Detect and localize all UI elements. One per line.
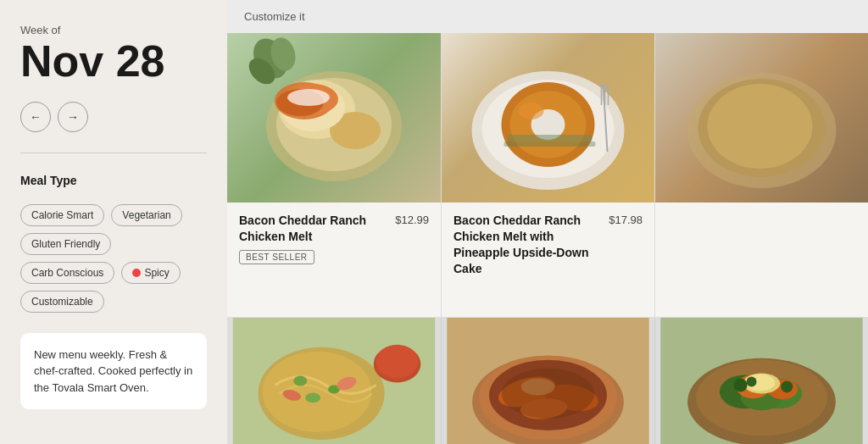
meal-image-svg-3 [655, 33, 868, 203]
meal-title-2: Bacon Cheddar Ranch Chicken Melt with Pi… [453, 213, 602, 277]
svg-point-45 [502, 369, 594, 419]
info-text: New menu weekly. Fresh & chef-crafted. C… [34, 348, 192, 394]
svg-point-30 [293, 376, 307, 386]
meal-image-3 [655, 33, 868, 203]
meal-info-2: Bacon Cheddar Ranch Chicken Melt with Pi… [442, 203, 654, 286]
divider [20, 153, 207, 153]
meal-price-1: $12.99 [395, 214, 429, 226]
best-seller-badge: BEST SELLER [239, 250, 314, 264]
filter-tags: Calorie Smart Vegetarian Gluten Friendly… [20, 204, 207, 313]
svg-point-26 [708, 84, 813, 169]
svg-point-56 [734, 379, 748, 392]
prev-week-button[interactable]: ← [20, 102, 51, 132]
main-content: Customize it [227, 0, 868, 444]
svg-point-57 [747, 377, 757, 387]
bottom-card-2[interactable] [441, 318, 654, 444]
meal-image-1 [227, 33, 441, 203]
meal-info-3 [655, 203, 868, 221]
meal-image-2 [442, 33, 654, 203]
filter-calorie-smart[interactable]: Calorie Smart [20, 204, 104, 226]
next-week-button[interactable]: → [58, 102, 88, 132]
meals-bottom [227, 317, 868, 444]
filter-customizable[interactable]: Customizable [20, 291, 104, 313]
meal-card-1[interactable]: Bacon Cheddar Ranch Chicken Melt $12.99 … [227, 33, 441, 317]
filter-gluten-friendly[interactable]: Gluten Friendly [20, 233, 111, 255]
meals-grid: Bacon Cheddar Ranch Chicken Melt $12.99 … [227, 33, 868, 317]
date-heading: Nov 28 [20, 38, 207, 85]
meal-title-row-2: Bacon Cheddar Ranch Chicken Melt with Pi… [453, 213, 643, 277]
sidebar: Week of Nov 28 ← → Meal Type Calorie Sma… [0, 0, 227, 444]
info-box: New menu weekly. Fresh & chef-crafted. C… [20, 333, 207, 410]
meal-info-1: Bacon Cheddar Ranch Chicken Melt $12.99 … [227, 203, 441, 273]
nav-arrows: ← → [20, 102, 207, 132]
meal-type-label: Meal Type [20, 174, 207, 187]
bottom-image-svg-2 [442, 318, 654, 444]
filter-vegetarian[interactable]: Vegetarian [111, 204, 181, 226]
filter-spicy[interactable]: Spicy [121, 262, 180, 284]
filter-carb-conscious[interactable]: Carb Conscious [20, 262, 114, 284]
svg-point-32 [305, 392, 320, 402]
meal-price-2: $17.98 [609, 214, 643, 226]
svg-point-58 [781, 381, 793, 393]
bottom-card-3[interactable] [654, 318, 868, 444]
spicy-icon [132, 269, 141, 277]
customize-bar: Customize it [227, 0, 868, 33]
meal-title-row-1: Bacon Cheddar Ranch Chicken Melt $12.99 [239, 213, 429, 245]
svg-point-36 [376, 345, 419, 379]
meal-title-1: Bacon Cheddar Ranch Chicken Melt [239, 213, 388, 245]
bottom-card-1[interactable] [227, 318, 441, 444]
svg-rect-22 [508, 135, 593, 142]
svg-point-29 [263, 352, 372, 432]
svg-point-8 [287, 89, 330, 106]
bottom-image-svg-3 [655, 318, 868, 444]
meal-card-3[interactable] [654, 33, 868, 317]
meal-image-svg-1 [227, 33, 441, 203]
week-label: Week of [20, 24, 207, 36]
bottom-image-svg-1 [227, 318, 441, 444]
svg-rect-23 [504, 142, 596, 147]
customize-label: Customize it [244, 10, 305, 23]
svg-point-17 [519, 103, 544, 119]
meal-card-2[interactable]: Bacon Cheddar Ranch Chicken Melt with Pi… [441, 33, 654, 317]
meal-image-svg-2 [442, 33, 654, 203]
